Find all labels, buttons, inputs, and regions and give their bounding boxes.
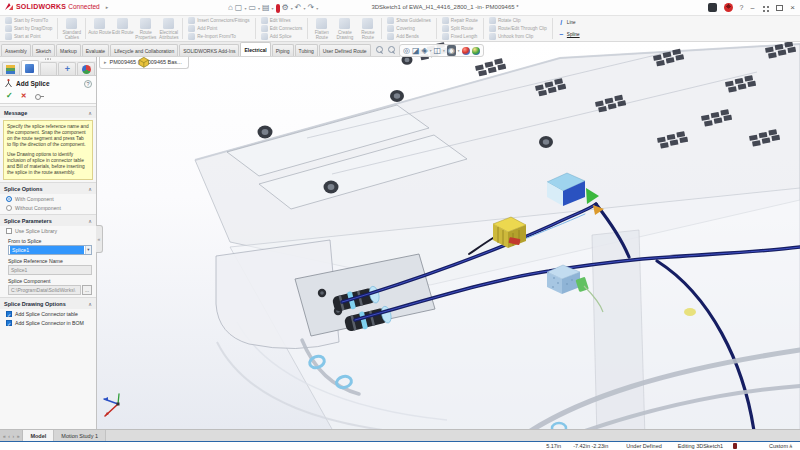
open-icon[interactable]: ▭	[248, 3, 256, 13]
pin-button[interactable]	[35, 92, 44, 100]
display-manager-tab[interactable]	[77, 62, 95, 75]
splice-drawing-options-section-header[interactable]: Splice Drawing Options∧	[0, 297, 96, 309]
prev-tab-button[interactable]: ‹	[8, 433, 10, 439]
view-orientation-icon[interactable]: ◈	[422, 45, 428, 56]
checkbox-add-splice-connector-table[interactable]: ✓ Add Splice Connector table	[0, 309, 96, 318]
panel-collapse-handle[interactable]: «	[96, 225, 103, 253]
feature-manager-tab[interactable]	[2, 62, 20, 75]
first-tab-button[interactable]: «	[3, 433, 6, 439]
splice-options-section-header[interactable]: Splice Options∧	[0, 182, 96, 194]
tab-piping[interactable]: Piping	[272, 44, 294, 56]
ribbon-button-create-drawing[interactable]: Create Drawing	[333, 18, 356, 40]
tab-electrical[interactable]: Electrical	[240, 42, 270, 56]
display-style-icon[interactable]: ◫	[433, 45, 441, 56]
ribbon-button-spline[interactable]: ~Spline	[558, 30, 580, 38]
hide-show-items-icon[interactable]: ◉	[447, 45, 456, 56]
tab-assembly[interactable]: Assembly	[1, 44, 31, 56]
ribbon-button-add-splice[interactable]: Add Splice	[261, 32, 303, 40]
apply-scene-icon[interactable]	[472, 47, 480, 55]
ribbon-button-edit-connectors[interactable]: Edit Connectors	[261, 25, 303, 33]
ribbon-button-rotate-clip[interactable]: Rotate Clip	[489, 17, 547, 25]
ribbon-collapse-chevron[interactable]: ∧	[789, 442, 793, 449]
ribbon-button-reuse-route[interactable]: Reuse Route	[356, 18, 379, 40]
options-icon[interactable]: ⚙	[282, 3, 289, 13]
dropdown-caret[interactable]: ▾	[258, 6, 260, 11]
ribbon-button-add-point[interactable]: Add Point	[188, 25, 249, 33]
ribbon-button-split-route[interactable]: Split Route	[442, 25, 478, 33]
tab-model[interactable]: Model	[23, 430, 54, 441]
property-manager-tab[interactable]	[21, 60, 39, 75]
dropdown-caret[interactable]: ▾	[430, 49, 432, 53]
ribbon-button-flatten-route[interactable]: Flatten Route	[310, 18, 333, 40]
close-button[interactable]: ×	[790, 2, 795, 13]
help-button[interactable]: ?	[740, 2, 744, 13]
home-icon[interactable]: ⌂	[228, 3, 233, 13]
tab-user-defined-route[interactable]: User Defined Route	[319, 44, 371, 56]
checkbox-add-splice-connector-in-bom[interactable]: ✓ Add Splice Connector in BOM	[0, 318, 96, 327]
yellow-marker[interactable]	[684, 308, 696, 316]
next-tab-button[interactable]: ›	[12, 433, 14, 439]
message-section-header[interactable]: Message∧	[0, 106, 96, 118]
help-icon[interactable]: ?	[84, 80, 92, 88]
tab-lifecycle-and-collaboration[interactable]: Lifecycle and Collaboration	[110, 44, 178, 56]
ribbon-button-start-by-from-to[interactable]: Start by From/To	[5, 17, 52, 25]
tab-evaluate[interactable]: Evaluate	[82, 44, 109, 56]
splice-parameters-section-header[interactable]: Splice Parameters∧	[0, 214, 96, 226]
cancel-button[interactable]: ✕	[21, 92, 27, 100]
ribbon-button-edit-wires[interactable]: Edit Wires	[261, 17, 303, 25]
ribbon-button-insert-connectors-fittings[interactable]: Insert Connectors/Fittings	[188, 17, 249, 25]
ribbon-button-route-properties[interactable]: Route Properties	[134, 18, 157, 40]
dropdown-caret[interactable]: ▾	[458, 49, 460, 53]
ribbon-button-repair-route[interactable]: Repair Route	[442, 17, 478, 25]
radio-with-component[interactable]: With Component	[0, 194, 96, 203]
ribbon-button-covering[interactable]: Covering	[387, 25, 430, 33]
tab-motion-study[interactable]: Motion Study 1	[54, 430, 106, 441]
ribbon-button-add-bends[interactable]: Add Bends	[387, 32, 430, 40]
section-view-icon[interactable]: ◪	[412, 45, 420, 56]
ribbon-button-re-import-from-to[interactable]: Re-Import From/To	[188, 32, 249, 40]
viewport[interactable]: ▸ PM009465 (PM009465 Bas...	[97, 42, 800, 429]
ok-button[interactable]: ✓	[6, 91, 13, 100]
browse-button[interactable]: ...	[82, 285, 92, 295]
save-icon[interactable]: ▤	[262, 3, 270, 13]
ribbon-button-line[interactable]: /Line	[558, 19, 580, 27]
ribbon-button-electrical-attributes[interactable]: Electrical Attributes	[157, 18, 180, 40]
tab-sketch[interactable]: Sketch	[32, 44, 55, 56]
tab-tubing[interactable]: Tubing	[295, 44, 318, 56]
ribbon-button-start-by-drag-drop[interactable]: Start by Drag/Drop	[5, 25, 52, 33]
edit-appearance-icon[interactable]	[462, 47, 470, 55]
dropdown-caret[interactable]: ▾	[443, 49, 445, 53]
ribbon-button-route-edit-through-clip[interactable]: Route/Edit Through Clip	[489, 25, 547, 33]
flyout-feature-manager[interactable]: ▸ PM009465 (PM009465 Bas...	[99, 56, 189, 69]
ribbon-button-show-guidelines[interactable]: Show Guidelines	[387, 17, 430, 25]
config-selector[interactable]: Custom	[769, 443, 788, 449]
apps-button[interactable]	[761, 4, 769, 12]
magnifier-icon[interactable]	[375, 45, 384, 56]
ribbon-button-edit-route[interactable]: Edit Route	[111, 18, 134, 35]
splice-component-field[interactable]: C:\ProgramData\SolidWorks\	[8, 285, 81, 295]
radio-without-component[interactable]: Without Component	[0, 203, 96, 212]
dropdown-caret[interactable]: ▾	[272, 6, 274, 11]
3dexperience-icon[interactable]	[276, 4, 280, 13]
terminal-button[interactable]	[708, 3, 717, 12]
zoom-fit-icon[interactable]: ◎	[403, 45, 410, 56]
ribbon-button-start-at-point[interactable]: Start at Point	[5, 32, 52, 40]
ribbon-button-fixed-length[interactable]: Fixed Length	[442, 32, 478, 40]
magnifier-icon-2[interactable]	[387, 45, 396, 56]
restore-button[interactable]	[776, 5, 783, 11]
from-to-splice-combo[interactable]: Splice1 ▾	[8, 245, 92, 255]
ribbon-button-unhook-from-clip[interactable]: Unhook from Clip	[489, 32, 547, 40]
dropdown-caret[interactable]: ▾	[244, 6, 246, 11]
dimxpert-manager-tab[interactable]: +	[58, 62, 76, 75]
brand-expand-icon[interactable]: ▸	[106, 4, 109, 10]
tab-solidworks-add-ins[interactable]: SOLIDWORKS Add-Ins	[179, 44, 239, 56]
checkbox-use-splice-library[interactable]: Use Splice Library	[0, 226, 96, 235]
configuration-manager-tab[interactable]	[40, 62, 58, 75]
chevron-down-icon[interactable]: ▾	[85, 246, 91, 254]
last-tab-button[interactable]: »	[17, 433, 20, 439]
ribbon-button-standard-cables[interactable]: Standard Cables	[60, 18, 83, 40]
dropdown-caret[interactable]: ▾	[291, 6, 293, 11]
minimize-button[interactable]: –	[750, 2, 754, 13]
new-document-icon[interactable]: ▢	[235, 3, 243, 13]
ribbon-button-auto-route[interactable]: Auto Route	[88, 18, 111, 35]
